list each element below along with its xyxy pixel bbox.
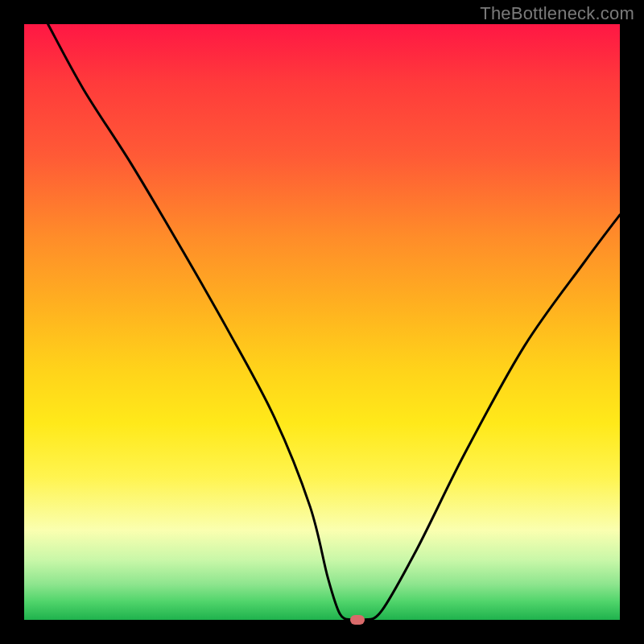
min-marker <box>350 615 365 625</box>
chart-frame: TheBottleneck.com <box>0 0 644 644</box>
plot-area <box>24 24 620 620</box>
watermark-text: TheBottleneck.com <box>480 3 634 24</box>
bottleneck-curve <box>24 24 620 620</box>
curve-path <box>48 24 620 621</box>
